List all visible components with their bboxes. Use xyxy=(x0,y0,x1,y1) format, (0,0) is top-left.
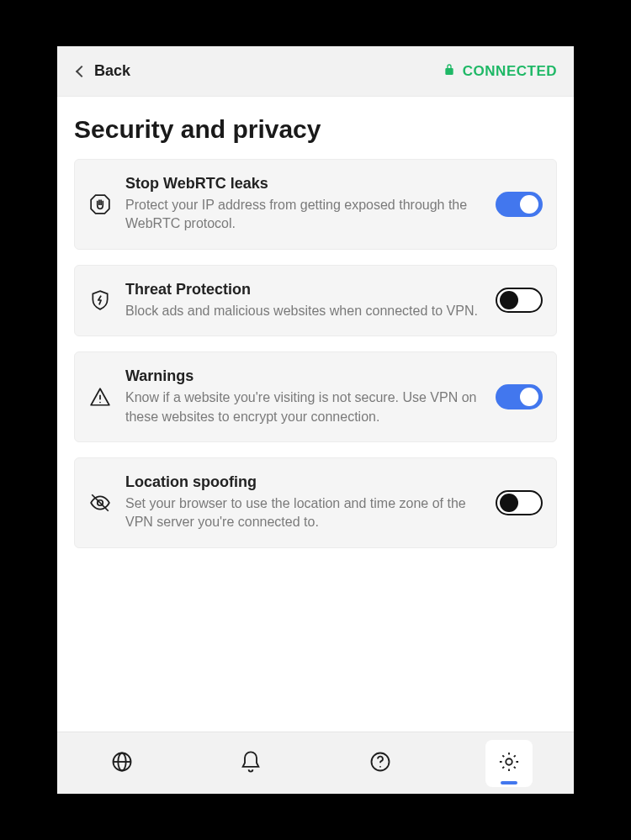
setting-title: Location spoofing xyxy=(125,473,482,491)
bell-icon xyxy=(239,750,262,777)
nav-help[interactable] xyxy=(357,740,404,787)
setting-location-spoofing: Location spoofing Set your browser to us… xyxy=(74,457,557,548)
setting-title: Warnings xyxy=(125,367,482,385)
svg-point-10 xyxy=(506,758,512,764)
nav-notifications[interactable] xyxy=(227,740,274,787)
svg-point-2 xyxy=(99,402,101,404)
app-window: Back CONNECTED Security and privacy Stop… xyxy=(57,46,574,794)
toggle-knob xyxy=(500,291,518,309)
setting-text: Warnings Know if a website you're visiti… xyxy=(125,367,482,426)
status-label: CONNECTED xyxy=(463,63,557,80)
svg-point-9 xyxy=(379,765,381,767)
shield-bolt-icon xyxy=(88,288,112,312)
content-area: Security and privacy Stop WebRTC leaks P… xyxy=(57,97,574,732)
back-button[interactable]: Back xyxy=(74,62,130,80)
back-label: Back xyxy=(94,62,130,80)
lock-icon xyxy=(443,63,456,80)
toggle-stop-webrtc[interactable] xyxy=(496,192,543,217)
globe-icon xyxy=(110,750,134,777)
setting-stop-webrtc: Stop WebRTC leaks Protect your IP addres… xyxy=(74,159,557,250)
toggle-location-spoofing[interactable] xyxy=(496,490,543,515)
setting-threat-protection: Threat Protection Block ads and maliciou… xyxy=(74,265,557,336)
toggle-knob xyxy=(500,494,518,512)
gear-icon xyxy=(497,750,521,777)
top-bar: Back CONNECTED xyxy=(57,46,574,97)
setting-text: Stop WebRTC leaks Protect your IP addres… xyxy=(125,175,482,234)
setting-description: Set your browser to use the location and… xyxy=(125,494,482,532)
help-icon xyxy=(369,750,392,777)
toggle-warnings[interactable] xyxy=(496,384,543,409)
toggle-threat-protection[interactable] xyxy=(496,288,543,313)
setting-description: Block ads and malicious websites when co… xyxy=(125,302,482,320)
setting-text: Threat Protection Block ads and maliciou… xyxy=(125,281,482,320)
connection-status: CONNECTED xyxy=(443,63,557,80)
setting-description: Protect your IP address from getting exp… xyxy=(125,196,482,234)
warning-triangle-icon xyxy=(88,385,112,409)
toggle-knob xyxy=(520,195,538,214)
stop-hand-icon xyxy=(88,193,112,216)
page-title: Security and privacy xyxy=(74,115,557,144)
nav-globe[interactable] xyxy=(98,740,146,787)
setting-warnings: Warnings Know if a website you're visiti… xyxy=(74,351,557,442)
setting-title: Threat Protection xyxy=(125,281,482,298)
svg-marker-0 xyxy=(91,195,109,214)
bottom-nav xyxy=(57,732,574,794)
toggle-knob xyxy=(520,388,538,406)
setting-title: Stop WebRTC leaks xyxy=(125,175,482,193)
setting-description: Know if a website you're visiting is not… xyxy=(125,388,482,426)
nav-settings[interactable] xyxy=(485,740,533,787)
eye-off-icon xyxy=(88,491,112,515)
setting-text: Location spoofing Set your browser to us… xyxy=(125,473,482,532)
chevron-left-icon xyxy=(76,65,87,77)
